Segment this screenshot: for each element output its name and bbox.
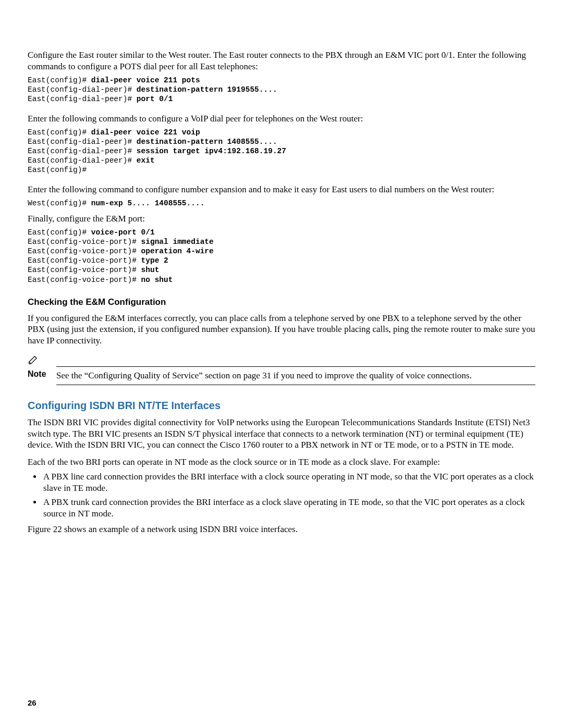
cli-prompt: East(config)# (28, 76, 91, 84)
cli-block-voip: East(config)# dial-peer voice 221 voip E… (28, 128, 535, 175)
note-label: Note (28, 366, 56, 379)
cli-command: num-exp 5.... 1408555.... (91, 199, 205, 207)
cli-command: dial-peer voice 221 voip (91, 128, 200, 137)
cli-command: exit (137, 156, 155, 165)
cli-prompt: East(config-dial-peer)# (28, 138, 137, 146)
paragraph: If you configured the E&M interfaces cor… (28, 313, 535, 347)
note-block: Note See the “Configuring Quality of Ser… (28, 356, 535, 385)
document-page: Configure the East router similar to the… (0, 0, 563, 728)
list-item: A PBX trunk card connection provides the… (42, 497, 535, 520)
cli-command: port 0/1 (137, 95, 173, 103)
cli-prompt: East(config-dial-peer)# (28, 85, 137, 94)
cli-prompt: East(config-voice-port)# (28, 276, 141, 284)
cli-prompt: East(config-voice-port)# (28, 266, 141, 274)
cli-command: session target ipv4:192.168.19.27 (137, 147, 286, 155)
page-number: 26 (28, 698, 36, 707)
pencil-icon (28, 356, 40, 365)
cli-prompt: East(config-voice-port)# (28, 247, 141, 255)
paragraph: Figure 22 shows an example of a network … (28, 524, 535, 535)
paragraph: The ISDN BRI VIC provides digital connec… (28, 417, 535, 451)
heading-checking-em: Checking the E&M Configuration (28, 297, 535, 307)
cli-prompt: East(config)# (28, 128, 91, 137)
cli-command: shut (141, 266, 160, 274)
paragraph: Enter the following command to configure… (28, 184, 535, 195)
cli-command: voice-port 0/1 (91, 228, 155, 237)
cli-prompt: East(config-dial-peer)# (28, 95, 137, 103)
cli-command: destination-pattern 1919555.... (137, 85, 277, 94)
heading-isdn-bri: Configuring ISDN BRI NT/TE Interfaces (28, 400, 535, 412)
cli-prompt: East(config-voice-port)# (28, 256, 141, 265)
paragraph: Enter the following commands to configur… (28, 113, 535, 125)
cli-command: operation 4-wire (141, 247, 214, 255)
paragraph: Finally, configure the E&M port: (28, 213, 535, 225)
cli-command: type 2 (141, 256, 168, 265)
list-item: A PBX line card connection provides the … (42, 471, 535, 494)
paragraph: Configure the East router similar to the… (28, 50, 535, 72)
cli-block-numexp: West(config)# num-exp 5.... 1408555.... (28, 199, 535, 208)
cli-command: dial-peer voice 211 pots (91, 76, 200, 84)
cli-prompt: East(config-dial-peer)# (28, 147, 137, 155)
cli-command: no shut (141, 276, 173, 284)
paragraph: Each of the two BRI ports can operate in… (28, 456, 535, 468)
cli-prompt: East(config)# (28, 166, 87, 174)
bullet-list: A PBX line card connection provides the … (28, 471, 535, 520)
cli-prompt: East(config-dial-peer)# (28, 156, 137, 165)
cli-prompt: East(config)# (28, 228, 91, 237)
cli-block-voiceport: East(config)# voice-port 0/1 East(config… (28, 228, 535, 285)
cli-prompt: East(config-voice-port)# (28, 238, 141, 246)
cli-block-pots: East(config)# dial-peer voice 211 pots E… (28, 76, 535, 104)
cli-command: destination-pattern 1408555.... (137, 138, 277, 146)
note-text: See the “Configuring Quality of Service”… (56, 366, 535, 385)
cli-command: signal immediate (141, 238, 214, 246)
cli-prompt: West(config)# (28, 199, 91, 207)
